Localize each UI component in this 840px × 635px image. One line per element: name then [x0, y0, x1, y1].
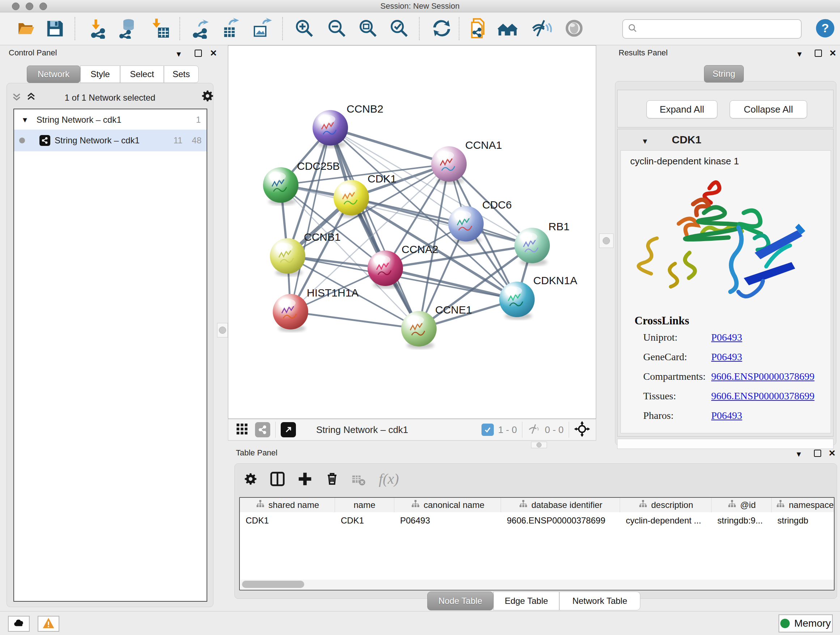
tab-style[interactable]: Style	[80, 65, 120, 83]
grid-view-icon[interactable]	[235, 423, 248, 437]
table-cell[interactable]: P06493	[394, 513, 501, 529]
float-panel-icon[interactable]	[814, 450, 821, 457]
table-h-scrollbar-thumb[interactable]	[242, 581, 304, 588]
node-CCNB1[interactable]	[270, 238, 305, 274]
column-header-namespace[interactable]: namespace	[772, 498, 835, 512]
section-collapse-icon[interactable]: ▼	[641, 137, 649, 146]
column-header-database-identifier[interactable]: database identifier	[501, 498, 620, 512]
gene-detail-box: cyclin-dependent kinase 1	[621, 150, 831, 433]
node-CDC25B[interactable]	[263, 167, 298, 203]
export-network-icon	[190, 18, 211, 40]
column-header-@id[interactable]: @id	[712, 498, 772, 512]
tab-network-table[interactable]: Network Table	[559, 592, 640, 610]
network-tree-root-row[interactable]: ▼ String Network – cdk1 1	[14, 111, 207, 129]
network-tree: ▼ String Network – cdk1 1 String Network…	[13, 109, 207, 602]
float-panel-icon[interactable]	[815, 50, 822, 57]
node-CDKN1A[interactable]	[499, 282, 535, 317]
close-panel-icon[interactable]: ✕	[829, 449, 836, 458]
network-canvas[interactable]: CCNB2CCNA1CDC25BCDK1CDC6RB1CCNB1CCNA2CDK…	[228, 45, 596, 419]
node-CDK1[interactable]	[333, 180, 369, 215]
vertical-splitter-left[interactable]	[217, 323, 228, 337]
tab-edge-table[interactable]: Edge Table	[493, 592, 559, 610]
network-share-icon[interactable]	[255, 422, 270, 437]
node-CCNA2[interactable]	[368, 250, 403, 286]
node-HIST1H1A[interactable]	[273, 294, 308, 329]
crosslink-uniprot-link[interactable]: P06493	[711, 332, 742, 343]
search-input[interactable]	[638, 24, 790, 35]
tab-node-table[interactable]: Node Table	[427, 592, 493, 610]
function-builder-button[interactable]: f(x)	[379, 470, 399, 487]
table-settings-gear-icon[interactable]	[243, 472, 258, 488]
delete-column-icon[interactable]	[325, 471, 340, 488]
table-cell[interactable]: stringdb:9...	[712, 513, 772, 529]
table-cell[interactable]: stringdb	[772, 513, 835, 529]
save-session-button[interactable]	[43, 18, 66, 40]
tab-string[interactable]: String	[704, 65, 744, 82]
hidden-eye-icon[interactable]	[527, 422, 541, 437]
network-tree-row-selected[interactable]: String Network – cdk1 11 48	[14, 130, 207, 151]
expand-all-button[interactable]: Expand All	[646, 100, 717, 119]
collapse-all-button[interactable]: Collapse All	[729, 100, 807, 119]
zoom-fit-button[interactable]	[357, 18, 379, 40]
refresh-button[interactable]	[431, 18, 453, 40]
import-table-button[interactable]	[148, 18, 171, 40]
zoom-selected-button[interactable]	[388, 18, 410, 40]
crosslink-pharos-link[interactable]: P06493	[711, 410, 742, 421]
table-h-scrollbar-track[interactable]	[240, 580, 834, 589]
warning-status-button[interactable]	[38, 616, 59, 632]
export-table-button[interactable]	[220, 18, 242, 40]
zoom-in-button[interactable]	[293, 18, 316, 40]
node-CCNA1[interactable]	[431, 146, 467, 182]
crosslink-tissues-link[interactable]: 9606.ENSP00000378699	[711, 390, 814, 402]
close-panel-icon[interactable]: ✕	[210, 49, 217, 57]
toolbar-separator	[282, 17, 283, 40]
table-cell[interactable]: CDK1	[240, 513, 335, 529]
import-network-button[interactable]	[87, 18, 109, 40]
export-image-button[interactable]	[251, 18, 273, 40]
node-CDC6[interactable]	[448, 206, 484, 241]
first-neighbors-button[interactable]	[467, 18, 490, 40]
table-row[interactable]: CDK1CDK1P064939606.ENSP00000378699cyclin…	[240, 513, 834, 529]
tree-expander-icon[interactable]: ▼	[21, 116, 28, 124]
memory-button[interactable]: Memory	[778, 614, 833, 632]
crosslink-compartments-link[interactable]: 9606.ENSP00000378699	[711, 371, 814, 382]
splitter-grip[interactable]	[219, 326, 226, 334]
tab-select[interactable]: Select	[120, 65, 164, 83]
fit-content-crosshair-icon[interactable]	[574, 421, 590, 439]
table-cell[interactable]: CDK1	[335, 513, 394, 529]
panel-menu-caret-icon[interactable]: ▾	[177, 50, 181, 58]
hide-selection-button[interactable]	[531, 18, 553, 40]
show-all-button[interactable]	[563, 18, 585, 40]
open-session-button[interactable]	[14, 18, 37, 40]
cloud-status-button[interactable]	[8, 616, 30, 632]
help-button[interactable]: ?	[814, 18, 836, 40]
node-RB1[interactable]	[515, 228, 550, 263]
panel-menu-caret-icon[interactable]: ▾	[797, 50, 802, 58]
splitter-grip[interactable]	[603, 237, 610, 244]
crosslink-genecard-link[interactable]: P06493	[711, 351, 742, 363]
network-panel-gear-icon[interactable]	[201, 89, 215, 104]
column-header-description[interactable]: description	[620, 498, 712, 512]
tab-sets[interactable]: Sets	[164, 65, 199, 83]
network-graph[interactable]: CCNB2CCNA1CDC25BCDK1CDC6RB1CCNB1CCNA2CDK…	[228, 46, 597, 419]
import-database-button[interactable]	[117, 18, 139, 40]
vertical-splitter-right[interactable]	[599, 233, 614, 248]
tab-network[interactable]: Network	[27, 65, 80, 83]
table-cell[interactable]: 9606.ENSP00000378699	[501, 513, 620, 529]
houses-button[interactable]	[496, 18, 519, 40]
selected-checkbox-icon[interactable]	[482, 424, 494, 436]
zoom-out-button[interactable]	[325, 18, 348, 40]
export-network-button[interactable]	[189, 18, 212, 40]
column-header-canonical-name[interactable]: canonical name	[394, 498, 501, 512]
panel-menu-caret-icon[interactable]: ▾	[797, 450, 801, 458]
birds-eye-view-icon[interactable]	[281, 422, 296, 437]
table-cell[interactable]: cyclin-dependent ...	[620, 513, 712, 529]
node-CCNB2[interactable]	[313, 110, 348, 146]
node-CCNE1[interactable]	[401, 311, 437, 347]
column-header-shared-name[interactable]: shared name	[240, 498, 335, 512]
column-header-name[interactable]: name	[335, 498, 394, 512]
float-panel-icon[interactable]	[195, 50, 202, 57]
add-column-icon[interactable]	[297, 471, 313, 488]
show-columns-icon[interactable]	[270, 471, 286, 488]
close-panel-icon[interactable]: ✕	[829, 49, 836, 57]
